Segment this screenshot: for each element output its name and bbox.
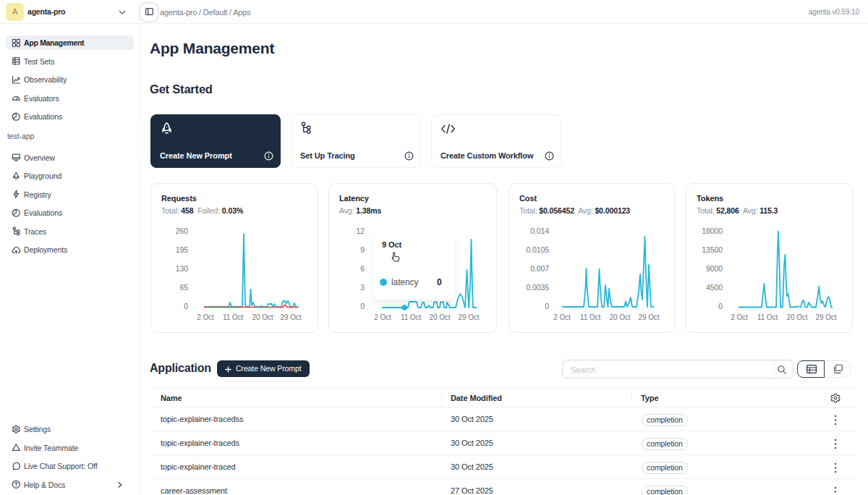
svg-text:29 Oct: 29 Oct	[459, 313, 480, 321]
svg-text:260: 260	[176, 227, 188, 235]
svg-text:0.0035: 0.0035	[526, 283, 549, 292]
svg-text:6: 6	[360, 264, 365, 273]
svg-text:0.007: 0.007	[530, 264, 549, 273]
svg-text:0.014: 0.014	[530, 227, 549, 235]
svg-text:20 Oct: 20 Oct	[252, 313, 273, 321]
svg-text:2 Oct: 2 Oct	[553, 313, 571, 321]
svg-text:11 Oct: 11 Oct	[580, 313, 600, 321]
svg-text:130: 130	[176, 264, 188, 273]
svg-text:0.0105: 0.0105	[526, 245, 549, 254]
svg-text:4500: 4500	[706, 283, 723, 292]
svg-text:11 Oct: 11 Oct	[223, 313, 243, 321]
svg-text:11 Oct: 11 Oct	[401, 313, 421, 321]
svg-text:13500: 13500	[702, 245, 723, 254]
svg-text:29 Oct: 29 Oct	[281, 313, 302, 321]
svg-text:0: 0	[545, 302, 549, 310]
svg-text:65: 65	[180, 283, 189, 292]
svg-text:20 Oct: 20 Oct	[610, 313, 631, 321]
svg-text:12: 12	[357, 227, 365, 235]
svg-text:20 Oct: 20 Oct	[787, 313, 808, 321]
svg-text:11 Oct: 11 Oct	[757, 313, 778, 321]
svg-text:0: 0	[184, 302, 188, 310]
svg-text:9000: 9000	[706, 264, 723, 273]
svg-text:195: 195	[176, 245, 188, 254]
svg-text:2 Oct: 2 Oct	[197, 313, 214, 321]
svg-text:2 Oct: 2 Oct	[374, 313, 391, 321]
svg-text:3: 3	[360, 283, 365, 292]
svg-text:29 Oct: 29 Oct	[639, 313, 660, 321]
svg-text:9: 9	[360, 245, 365, 254]
svg-text:2 Oct: 2 Oct	[731, 313, 748, 321]
svg-text:0: 0	[360, 302, 365, 310]
svg-text:29 Oct: 29 Oct	[816, 313, 837, 321]
svg-text:18000: 18000	[702, 227, 723, 235]
svg-text:0: 0	[718, 302, 723, 310]
svg-text:20 Oct: 20 Oct	[430, 313, 451, 321]
